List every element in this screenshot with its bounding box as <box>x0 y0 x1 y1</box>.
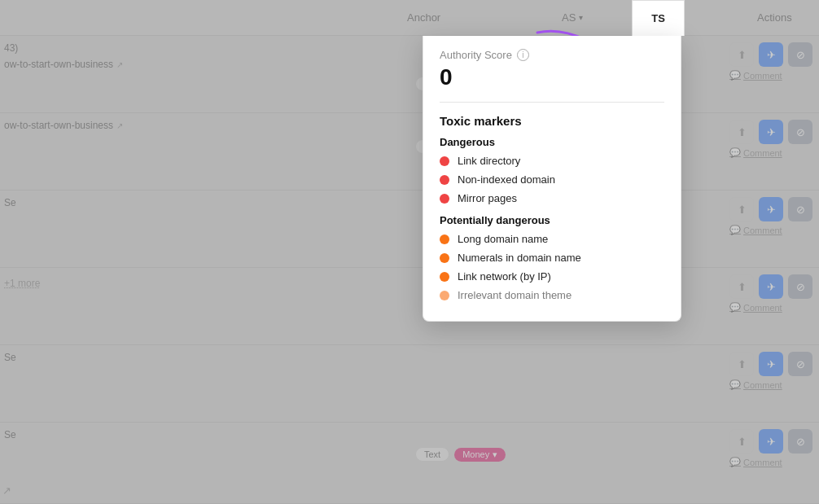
dangerous-label: Dangerous <box>440 136 664 148</box>
toxic-markers-title: Toxic markers <box>440 114 664 128</box>
orange-dot <box>440 253 449 263</box>
orange-dot <box>440 272 449 282</box>
info-icon[interactable]: i <box>517 49 529 61</box>
authority-score-popup: Authority Score i 0 Toxic markers Danger… <box>423 36 681 322</box>
divider <box>440 102 664 103</box>
header-ts: TS <box>632 0 685 36</box>
potentially-dangerous-label: Potentially dangerous <box>440 214 664 226</box>
list-item: Numerals in domain name <box>440 252 664 264</box>
orange-dot <box>440 291 449 300</box>
authority-score-label: Authority Score i <box>440 49 664 61</box>
red-dot <box>440 156 449 166</box>
red-dot <box>440 175 449 185</box>
list-item: Link network (by IP) <box>440 270 664 283</box>
overlay <box>0 0 819 504</box>
list-item: Non-indexed domain <box>440 173 664 186</box>
dangerous-section: Dangerous Link directory Non-indexed dom… <box>440 136 664 204</box>
red-dot <box>440 194 449 204</box>
potentially-dangerous-section: Potentially dangerous Long domain name N… <box>440 214 664 301</box>
authority-score-value: 0 <box>440 64 664 90</box>
list-item: Long domain name <box>440 233 664 245</box>
list-item: Link directory <box>440 155 664 167</box>
orange-dot <box>440 234 449 244</box>
list-item: Irrelevant domain theme <box>440 289 664 301</box>
list-item: Mirror pages <box>440 192 664 204</box>
